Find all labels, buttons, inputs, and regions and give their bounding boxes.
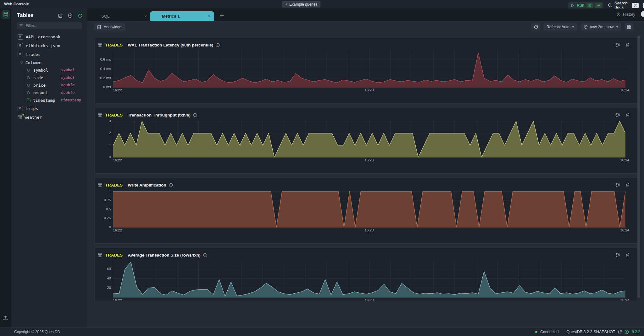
metrics-toolbar: Add widget Refresh: Auto ▼ now-2m - now … <box>87 21 644 33</box>
chart-area[interactable] <box>113 261 625 298</box>
metrics-dashboard: TRADESWAL Transaction Latency (90th perc… <box>87 33 644 301</box>
y-tick-label: 0.2 ms <box>95 76 111 80</box>
column-icon <box>27 69 30 72</box>
connected-status-dot <box>535 331 537 333</box>
filter-box <box>17 22 82 29</box>
chart-area[interactable] <box>113 121 625 158</box>
x-tick-label: 16:22 <box>113 88 122 92</box>
sidebar-column-symbol[interactable]: symbolsymbol <box>11 66 87 74</box>
add-widget-button[interactable]: Add widget <box>94 23 125 30</box>
y-tick-label: 0 <box>95 225 111 229</box>
designated-timestamp-icon <box>27 98 31 102</box>
history-clock-icon <box>616 12 621 17</box>
x-tick-label: 16:24 <box>620 298 629 301</box>
external-link-icon[interactable] <box>618 330 622 334</box>
widget-title: WAL Transaction Latency (90th percentile… <box>128 43 213 47</box>
time-range-dropdown[interactable]: now-2m - now ▼ <box>581 23 621 30</box>
palette-icon[interactable] <box>615 253 620 257</box>
y-tick-label: 0.25 <box>95 216 111 220</box>
history-button[interactable]: History <box>616 12 635 17</box>
refresh-now-button[interactable] <box>531 23 540 30</box>
sidebar-columns-folder[interactable]: ▽Columns <box>11 59 87 66</box>
import-button[interactable] <box>3 315 8 321</box>
x-tick-label: 16:22 <box>113 228 122 232</box>
area-chart <box>113 121 625 157</box>
column-icon <box>27 76 30 79</box>
activity-rail <box>0 8 11 328</box>
tab-sql[interactable]: SQL × <box>87 11 150 21</box>
refresh-mode-dropdown[interactable]: Refresh: Auto ▼ <box>544 23 577 30</box>
sidebar-table-AAPL_orderbook[interactable]: HAAPL_orderbook <box>11 32 87 41</box>
table-name: weather <box>25 115 42 120</box>
tables-sidebar: Tables HAAPL_orderbookDethblocks_jsonDtr… <box>11 8 87 328</box>
add-metrics-icon[interactable] <box>58 13 63 18</box>
trash-icon[interactable] <box>626 43 630 47</box>
metric-widget-avg-transaction-size: TRADESAverage Transaction Size (rows/txn… <box>94 248 638 301</box>
info-icon[interactable] <box>216 43 220 47</box>
y-tick-label: 0 ms <box>95 85 111 89</box>
sidebar-table-ethblocks_json[interactable]: Dethblocks_json <box>11 41 87 50</box>
palette-icon[interactable] <box>615 183 620 187</box>
trash-icon[interactable] <box>626 113 630 117</box>
sidebar-table-trips[interactable]: Mtrips <box>11 104 87 113</box>
chart-area[interactable] <box>113 191 625 228</box>
x-axis-labels: 16:2216:2316:24 <box>113 158 625 163</box>
play-icon <box>571 3 575 7</box>
example-queries-button[interactable]: + Example queries <box>282 1 320 8</box>
sidebar-column-timestamp[interactable]: timestamptimestamp <box>11 96 87 104</box>
app-title: Web Console <box>4 2 29 6</box>
x-tick-label: 16:23 <box>365 88 374 92</box>
y-axis-labels: 204060 <box>95 248 111 301</box>
table-name: trips <box>26 106 38 111</box>
sidebar-column-price[interactable]: pricedouble <box>11 81 87 89</box>
sidebar-column-side[interactable]: sidesymbol <box>11 74 87 81</box>
y-tick-label: 0.75 <box>95 198 111 202</box>
tab-metrics-1[interactable]: Metrics 1 × <box>150 11 214 21</box>
search-icon <box>608 3 612 8</box>
widget-title: Write Amplification <box>128 183 166 187</box>
info-icon[interactable] <box>203 253 207 257</box>
x-tick-label: 16:24 <box>620 158 629 162</box>
info-icon[interactable] <box>193 113 197 117</box>
column-name: price <box>33 83 61 88</box>
run-button[interactable]: Run ⌘ ↵ <box>568 2 603 9</box>
column-name: side <box>33 75 61 80</box>
grid-layout-button[interactable] <box>625 23 633 30</box>
x-tick-label: 16:24 <box>620 88 629 92</box>
widget-title: Average Transaction Size (rows/txn) <box>128 253 200 257</box>
tables-panel-button[interactable] <box>2 10 10 19</box>
filter-input[interactable] <box>25 23 80 28</box>
trash-icon[interactable] <box>626 253 630 257</box>
widget-header: TRADESTransaction Throughput (txn/s) <box>95 110 637 120</box>
sidebar-title: Tables <box>17 12 34 19</box>
top-bar: Web Console + Example queries Run ⌘ ↵ Se… <box>0 0 644 8</box>
info-icon[interactable] <box>169 183 173 187</box>
connected-label: Connected <box>540 330 558 334</box>
check-circle-icon[interactable] <box>68 13 73 18</box>
area-chart <box>113 191 625 227</box>
folder-label: Columns <box>25 60 43 65</box>
sidebar-table-trades[interactable]: Dtrades <box>11 50 87 59</box>
widget-header: TRADESWrite Amplification <box>95 180 637 190</box>
widget-header: TRADESAverage Transaction Size (rows/txn… <box>95 250 637 260</box>
close-icon[interactable]: × <box>144 14 147 19</box>
trash-icon[interactable] <box>626 183 630 187</box>
close-icon[interactable]: × <box>208 14 210 19</box>
sidebar-header: Tables <box>11 11 87 20</box>
palette-icon[interactable] <box>615 43 620 47</box>
sidebar-table-weather[interactable]: *weather <box>11 113 87 122</box>
clock-icon <box>584 25 588 29</box>
vertical-scrollbar[interactable] <box>637 35 640 298</box>
help-icon[interactable] <box>641 11 644 17</box>
chart-area[interactable] <box>113 51 625 88</box>
update-available-icon[interactable] <box>625 330 629 334</box>
x-tick-label: 16:23 <box>365 298 374 301</box>
version-short-label[interactable]: 8.2.2 <box>632 330 640 334</box>
refresh-icon[interactable] <box>78 13 82 18</box>
sidebar-column-amount[interactable]: amountdouble <box>11 89 87 96</box>
y-tick-label: 0.5 <box>95 207 111 211</box>
x-axis-labels: 16:2216:2316:24 <box>113 298 625 301</box>
expand-caret-icon[interactable]: ▽ <box>20 61 23 64</box>
add-tab-button[interactable]: ✛ <box>218 12 226 19</box>
palette-icon[interactable] <box>615 113 620 117</box>
